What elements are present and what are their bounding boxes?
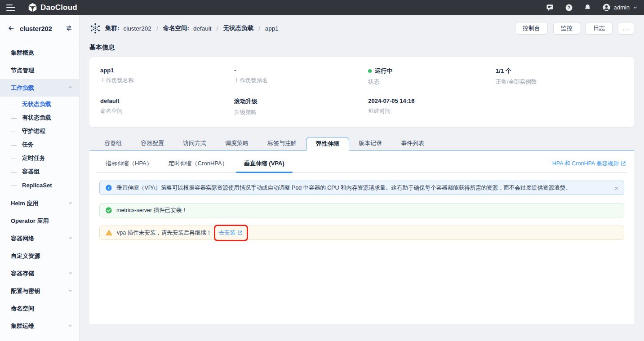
chevron-down-icon [68, 235, 73, 242]
monitor-button[interactable]: 监控 [553, 22, 580, 35]
basic-info-card: app1 工作负载名称 - 工作负载别名 运行中 状态 1/1 个 正常/全部实… [89, 57, 634, 127]
vpa-warning-text: vpa 插件未安装，请先安装后再继续！ [117, 229, 212, 237]
breadcrumb-separator: / [258, 25, 260, 32]
daocloud-logo-icon [28, 3, 37, 12]
sidebar-item-workloads[interactable]: 工作负载 [0, 79, 79, 97]
sidebar-item-container-storage[interactable]: 容器存储 [0, 265, 79, 282]
go-install-link[interactable]: 去安装 [218, 229, 243, 237]
sidebar-item-daemonsets[interactable]: —守护进程 [0, 124, 79, 138]
sidebar-item-namespaces[interactable]: 命名空间 [0, 300, 79, 317]
external-link-icon [621, 161, 626, 166]
sidebar-item-config-secrets[interactable]: 配置与密钥 [0, 282, 79, 300]
tab-labels-annotations[interactable]: 标签与注解 [258, 137, 306, 150]
scaling-subtabs: 指标伸缩（HPA） 定时伸缩（CronHPA） 垂直伸缩 (VPA) HPA 和… [97, 155, 627, 173]
metrics-server-alert: metrics-server 插件已安装！ [99, 203, 624, 217]
breadcrumb-cluster-label: 集群: [105, 24, 120, 32]
breadcrumb: 集群: cluster202 / 命名空间: default / 无状态负载 /… [89, 22, 279, 34]
username: admin [614, 4, 630, 11]
back-arrow-icon[interactable] [7, 25, 15, 33]
tab-scheduling[interactable]: 调度策略 [216, 137, 258, 150]
subtab-hpa[interactable]: 指标伸缩（HPA） [98, 155, 160, 173]
field-status: 运行中 状态 [368, 67, 496, 86]
user-menu[interactable]: admin [602, 3, 638, 12]
status-running-dot [368, 69, 372, 73]
field-upgrade-strategy: 滚动升级 升级策略 [234, 97, 368, 116]
more-actions-button[interactable]: ··· [618, 22, 634, 35]
chevron-down-icon [68, 323, 73, 329]
sidebar-cluster-name: cluster202 [20, 25, 61, 32]
sidebar-item-custom-resources[interactable]: 自定义资源 [0, 247, 79, 265]
breadcrumb-workload-type[interactable]: 无状态负载 [223, 24, 253, 32]
sidebar-item-cluster-ops[interactable]: 集群运维 [0, 317, 79, 335]
tab-events[interactable]: 事件列表 [391, 137, 434, 150]
vpa-info-text: 垂直伸缩（VPA）策略可以根据容器实际资源使用情况手动或自动调整 Pod 中容器… [116, 184, 571, 192]
tab-pods[interactable]: 容器组 [95, 137, 131, 150]
sidebar-item-node-management[interactable]: 节点管理 [0, 62, 79, 79]
sidebar-item-container-network[interactable]: 容器网络 [0, 230, 79, 247]
svg-text:?: ? [568, 5, 570, 10]
breadcrumb-namespace-label: 命名空间: [163, 24, 190, 32]
sidebar-item-jobs[interactable]: —任务 [0, 138, 79, 151]
brand-name: DaoCloud [40, 3, 77, 12]
sidebar: cluster202 集群概览 节点管理 工作负载 —无状态负载 —有状态负载 … [0, 15, 80, 341]
console-button[interactable]: 控制台 [515, 22, 548, 35]
basic-info-title: 基本信息 [89, 44, 634, 52]
field-workload-alias: - 工作负载别名 [234, 67, 368, 86]
chevron-down-icon [633, 5, 638, 10]
tab-container-config[interactable]: 容器配置 [131, 137, 173, 150]
field-namespace: default 命名空间 [100, 97, 234, 116]
help-icon[interactable]: ? [564, 3, 573, 12]
external-link-icon [237, 230, 243, 235]
avatar [602, 3, 611, 12]
breadcrumb-cluster-value[interactable]: cluster202 [124, 25, 151, 32]
field-workload-name: app1 工作负载名称 [100, 67, 234, 86]
tab-version-history[interactable]: 版本记录 [349, 137, 391, 150]
topbar: DaoCloud ? admin [0, 0, 644, 15]
sidebar-item-statefulsets[interactable]: —有状态负载 [0, 111, 79, 124]
subtab-cronhpa[interactable]: 定时伸缩（CronHPA） [160, 155, 236, 173]
sidebar-item-helm-apps[interactable]: Helm 应用 [0, 195, 79, 212]
main-content: 集群: cluster202 / 命名空间: default / 无状态负载 /… [80, 15, 644, 341]
info-icon: i [105, 184, 112, 191]
breadcrumb-separator: / [156, 25, 158, 32]
feedback-icon[interactable] [546, 3, 555, 12]
breadcrumb-workload-name: app1 [265, 25, 279, 32]
autoscaling-panel: 指标伸缩（HPA） 定时伸缩（CronHPA） 垂直伸缩 (VPA) HPA 和… [89, 151, 634, 324]
sidebar-item-cronjobs[interactable]: —定时任务 [0, 151, 79, 165]
chevron-up-icon [68, 84, 73, 91]
success-check-icon [105, 207, 112, 214]
vpa-info-alert: i 垂直伸缩（VPA）策略可以根据容器实际资源使用情况手动或自动调整 Pod 中… [99, 181, 624, 195]
close-icon[interactable]: × [614, 185, 618, 191]
sidebar-item-deployments[interactable]: —无状态负载 [0, 97, 79, 111]
tab-access[interactable]: 访问方式 [173, 137, 216, 150]
hpa-cronhpa-rules-link[interactable]: HPA 和 CronHPA 兼容规则 [552, 160, 626, 168]
cluster-icon [89, 22, 101, 34]
breadcrumb-separator: / [217, 25, 218, 32]
chevron-down-icon [68, 200, 73, 207]
tab-autoscaling[interactable]: 弹性伸缩 [306, 137, 349, 151]
field-replicas: 1/1 个 正常/全部实例数 [496, 67, 623, 86]
cluster-switch-icon[interactable] [65, 25, 73, 33]
daocloud-logo[interactable]: DaoCloud [28, 3, 77, 12]
breadcrumb-namespace-value[interactable]: default [193, 25, 212, 32]
sidebar-item-pods[interactable]: —容器组 [0, 165, 79, 178]
detail-tabs: 容器组 容器配置 访问方式 调度策略 标签与注解 弹性伸缩 版本记录 事件列表 [89, 137, 634, 151]
warning-triangle-icon [105, 229, 113, 236]
vpa-plugin-warning-alert: vpa 插件未安装，请先安装后再继续！ 去安装 [99, 226, 624, 240]
logs-button[interactable]: 日志 [586, 22, 613, 35]
chevron-down-icon [68, 288, 73, 294]
menu-hamburger-icon[interactable] [6, 4, 15, 11]
sidebar-item-cluster-overview[interactable]: 集群概览 [0, 44, 79, 62]
subtab-vpa[interactable]: 垂直伸缩 (VPA) [236, 155, 293, 173]
metrics-server-text: metrics-server 插件已安装！ [116, 207, 187, 214]
notifications-bell-icon[interactable] [583, 3, 592, 12]
sidebar-item-replicasets[interactable]: —ReplicaSet [0, 178, 79, 192]
chevron-down-icon [68, 270, 73, 277]
field-created-at: 2024-07-05 14:16 创建时间 [368, 97, 496, 116]
sidebar-item-operator-apps[interactable]: Operator 应用 [0, 212, 79, 230]
